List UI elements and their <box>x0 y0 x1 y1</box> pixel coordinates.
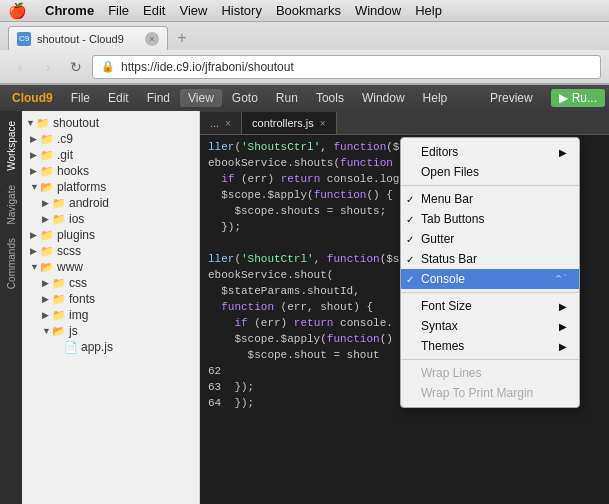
list-item[interactable]: ▶ 📁 .git <box>22 147 199 163</box>
folder-icon: 📁 <box>40 149 54 162</box>
folder-icon: 📁 <box>40 165 54 178</box>
apple-icon[interactable]: 🍎 <box>8 2 27 20</box>
menu-item-label: Wrap Lines <box>421 366 481 380</box>
reload-button[interactable]: ↻ <box>64 55 88 79</box>
tree-item-name: img <box>69 308 88 322</box>
tab-label: controllers.js <box>252 117 314 129</box>
folder-icon: 📁 <box>36 117 50 130</box>
submenu-arrow-icon: ▶ <box>559 301 567 312</box>
tree-item-name: js <box>69 324 78 338</box>
ide-menu-goto[interactable]: Goto <box>224 89 266 107</box>
tree-item-name: ios <box>69 212 84 226</box>
cloud9-logo: Cloud9 <box>4 91 61 105</box>
sidebar-navigate[interactable]: Navigate <box>4 179 19 230</box>
menu-item-open-files[interactable]: Open Files <box>401 162 579 182</box>
forward-button[interactable]: › <box>36 55 60 79</box>
mac-menubar: 🍎 Chrome File Edit View History Bookmark… <box>0 0 609 22</box>
checkmark-icon: ✓ <box>406 274 414 285</box>
tab-close-button[interactable]: × <box>145 32 159 46</box>
arrow-icon: ▶ <box>42 198 52 208</box>
mac-menu-window[interactable]: Window <box>355 3 401 18</box>
menu-item-syntax[interactable]: Syntax ▶ <box>401 316 579 336</box>
back-button[interactable]: ‹ <box>8 55 32 79</box>
ide-menu-find[interactable]: Find <box>139 89 178 107</box>
list-item[interactable]: ▶ 📁 android <box>22 195 199 211</box>
arrow-icon: ▶ <box>42 278 52 288</box>
list-item[interactable]: ▶ 📁 img <box>22 307 199 323</box>
menu-item-label: Themes <box>421 339 464 353</box>
folder-icon: 📁 <box>40 229 54 242</box>
menu-item-label: Font Size <box>421 299 472 313</box>
tree-item-name: android <box>69 196 109 210</box>
ide-menu-window[interactable]: Window <box>354 89 413 107</box>
new-tab-button[interactable]: + <box>168 26 196 50</box>
list-item[interactable]: ▶ 📁 plugins <box>22 227 199 243</box>
menu-item-label: Status Bar <box>421 252 477 266</box>
list-item[interactable]: ▶ 📁 scss <box>22 243 199 259</box>
folder-icon: 📁 <box>52 213 66 226</box>
ide-menubar: Cloud9 File Edit Find View Goto Run Tool… <box>0 85 609 111</box>
ide-menu-edit[interactable]: Edit <box>100 89 137 107</box>
tree-root[interactable]: ▼ 📁 shoutout <box>22 115 199 131</box>
arrow-icon: ▼ <box>30 262 40 272</box>
list-item[interactable]: ▼ 📂 www <box>22 259 199 275</box>
menu-item-tab-buttons[interactable]: ✓ Tab Buttons <box>401 209 579 229</box>
mac-menu-view[interactable]: View <box>179 3 207 18</box>
menu-item-label: Tab Buttons <box>421 212 484 226</box>
checkmark-icon: ✓ <box>406 254 414 265</box>
editor-tab-controllers[interactable]: controllers.js × <box>242 112 337 134</box>
tab-close-button[interactable]: × <box>225 118 231 129</box>
mac-menu-chrome[interactable]: Chrome <box>45 3 94 18</box>
list-item[interactable]: ▶ 📁 fonts <box>22 291 199 307</box>
arrow-icon: ▶ <box>30 230 40 240</box>
arrow-icon: ▶ <box>30 134 40 144</box>
run-button[interactable]: ▶ Ru... <box>551 89 605 107</box>
tree-item-name: css <box>69 276 87 290</box>
menu-item-themes[interactable]: Themes ▶ <box>401 336 579 356</box>
ide-menu-tools[interactable]: Tools <box>308 89 352 107</box>
tab-close-button[interactable]: × <box>320 118 326 129</box>
ide-menu-file[interactable]: File <box>63 89 98 107</box>
mac-menu-help[interactable]: Help <box>415 3 442 18</box>
list-item[interactable]: ▶ 📁 hooks <box>22 163 199 179</box>
ide-menu-view[interactable]: View <box>180 89 222 107</box>
menu-item-font-size[interactable]: Font Size ▶ <box>401 296 579 316</box>
sidebar-commands[interactable]: Commands <box>4 232 19 295</box>
list-item[interactable]: ▼ 📂 platforms <box>22 179 199 195</box>
list-item[interactable]: ▶ 📁 .c9 <box>22 131 199 147</box>
arrow-icon: ▶ <box>42 294 52 304</box>
list-item[interactable]: ▼ 📂 js <box>22 323 199 339</box>
menu-item-status-bar[interactable]: ✓ Status Bar <box>401 249 579 269</box>
sidebar-workspace[interactable]: Workspace <box>4 115 19 177</box>
menu-item-editors[interactable]: Editors ▶ <box>401 142 579 162</box>
ide-menu-help[interactable]: Help <box>415 89 456 107</box>
menu-separator <box>401 185 579 186</box>
preview-button[interactable]: Preview <box>480 89 543 107</box>
mac-menu-bookmarks[interactable]: Bookmarks <box>276 3 341 18</box>
ide-menubar-right: Preview ▶ Ru... <box>480 89 605 107</box>
list-item[interactable]: 📄 app.js <box>22 339 199 355</box>
mac-menu-history[interactable]: History <box>221 3 261 18</box>
tree-root-name: shoutout <box>53 116 99 130</box>
mac-menu-file[interactable]: File <box>108 3 129 18</box>
address-bar[interactable]: 🔒 https://ide.c9.io/jfraboni/shoutout <box>92 55 601 79</box>
browser-tab[interactable]: C9 shoutout - Cloud9 × <box>8 26 168 50</box>
file-tree: ▼ 📁 shoutout ▶ 📁 .c9 ▶ 📁 .git ▶ 📁 hooks <box>22 111 200 504</box>
folder-icon: 📂 <box>40 261 54 274</box>
menu-item-console[interactable]: ✓ Console ⌃` <box>401 269 579 289</box>
menu-item-gutter[interactable]: ✓ Gutter <box>401 229 579 249</box>
mac-menu-edit[interactable]: Edit <box>143 3 165 18</box>
menu-item-menu-bar[interactable]: ✓ Menu Bar <box>401 189 579 209</box>
tree-item-name: platforms <box>57 180 106 194</box>
nav-bar: ‹ › ↻ 🔒 https://ide.c9.io/jfraboni/shout… <box>0 50 609 84</box>
editor-tab[interactable]: ... × <box>200 112 242 134</box>
folder-icon: 📁 <box>40 245 54 258</box>
ide-menu-run[interactable]: Run <box>268 89 306 107</box>
arrow-icon: ▶ <box>30 246 40 256</box>
list-item[interactable]: ▶ 📁 css <box>22 275 199 291</box>
list-item[interactable]: ▶ 📁 ios <box>22 211 199 227</box>
menu-item-wrap-print-margin: Wrap To Print Margin <box>401 383 579 403</box>
folder-icon: 📂 <box>52 325 66 338</box>
tree-item-name: .git <box>57 148 73 162</box>
arrow-icon: ▶ <box>30 150 40 160</box>
